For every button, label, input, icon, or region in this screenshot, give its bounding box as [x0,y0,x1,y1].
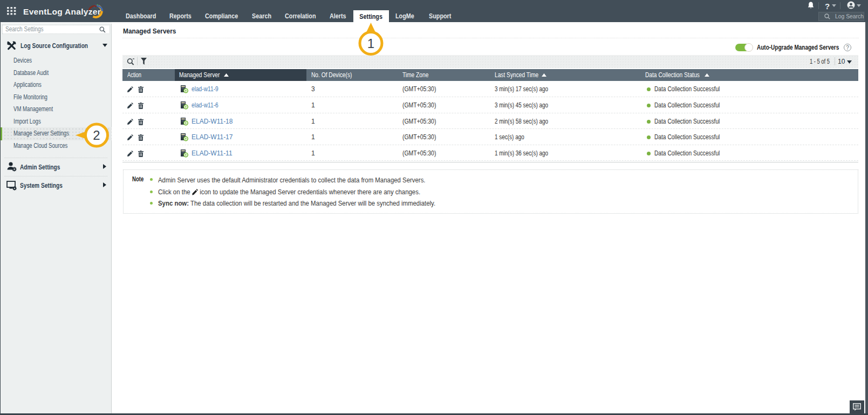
svg-text:1: 1 [367,36,374,51]
svg-text:2: 2 [93,128,100,142]
